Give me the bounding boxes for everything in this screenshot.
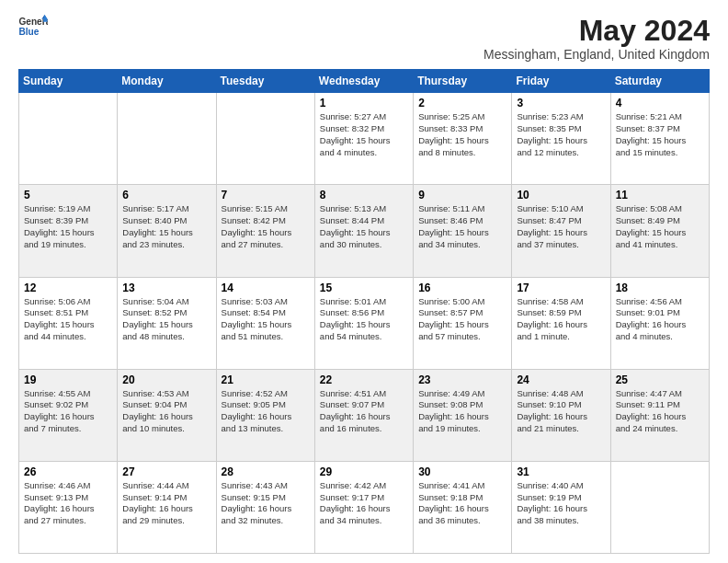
- day-number: 1: [320, 97, 408, 109]
- calendar-cell: 2Sunrise: 5:25 AMSunset: 8:33 PMDaylight…: [414, 93, 512, 185]
- calendar-cell: 30Sunrise: 4:41 AMSunset: 9:18 PMDayligh…: [414, 461, 512, 553]
- col-thursday: Thursday: [414, 70, 512, 93]
- day-info: Sunrise: 5:23 AMSunset: 8:35 PMDaylight:…: [517, 111, 605, 158]
- col-sunday: Sunday: [19, 70, 118, 93]
- day-info: Sunrise: 4:40 AMSunset: 9:19 PMDaylight:…: [517, 480, 605, 527]
- day-info: Sunrise: 4:49 AMSunset: 9:08 PMDaylight:…: [418, 388, 506, 435]
- day-info: Sunrise: 5:04 AMSunset: 8:52 PMDaylight:…: [122, 296, 210, 343]
- calendar-cell: 8Sunrise: 5:13 AMSunset: 8:44 PMDaylight…: [314, 185, 413, 277]
- day-info: Sunrise: 5:10 AMSunset: 8:47 PMDaylight:…: [517, 203, 605, 250]
- day-number: 23: [418, 373, 506, 386]
- calendar-cell: [216, 93, 314, 185]
- col-monday: Monday: [118, 70, 216, 93]
- day-number: 17: [517, 282, 605, 294]
- day-info: Sunrise: 5:19 AMSunset: 8:39 PMDaylight:…: [24, 203, 112, 250]
- day-number: 26: [24, 465, 112, 478]
- calendar-cell: [610, 461, 709, 553]
- calendar-cell: 21Sunrise: 4:52 AMSunset: 9:05 PMDayligh…: [216, 369, 314, 461]
- logo-icon: General Blue: [18, 15, 48, 40]
- calendar-cell: 6Sunrise: 5:17 AMSunset: 8:40 PMDaylight…: [118, 185, 216, 277]
- calendar-cell: 5Sunrise: 5:19 AMSunset: 8:39 PMDaylight…: [19, 185, 118, 277]
- day-info: Sunrise: 5:00 AMSunset: 8:57 PMDaylight:…: [418, 296, 506, 343]
- col-friday: Friday: [512, 70, 610, 93]
- day-number: 20: [122, 373, 210, 386]
- calendar-cell: 3Sunrise: 5:23 AMSunset: 8:35 PMDaylight…: [512, 93, 610, 185]
- day-number: 16: [418, 282, 506, 294]
- calendar-cell: [118, 93, 216, 185]
- day-number: 22: [320, 373, 408, 386]
- day-number: 28: [222, 465, 310, 478]
- calendar-week-3: 12Sunrise: 5:06 AMSunset: 8:51 PMDayligh…: [19, 277, 710, 369]
- calendar-cell: 29Sunrise: 4:42 AMSunset: 9:17 PMDayligh…: [314, 461, 413, 553]
- calendar-cell: 20Sunrise: 4:53 AMSunset: 9:04 PMDayligh…: [118, 369, 216, 461]
- calendar-cell: 15Sunrise: 5:01 AMSunset: 8:56 PMDayligh…: [314, 277, 413, 369]
- day-number: 10: [517, 189, 605, 201]
- day-info: Sunrise: 4:47 AMSunset: 9:11 PMDaylight:…: [616, 388, 704, 435]
- day-info: Sunrise: 4:48 AMSunset: 9:10 PMDaylight:…: [517, 388, 605, 435]
- day-info: Sunrise: 4:46 AMSunset: 9:13 PMDaylight:…: [24, 480, 112, 527]
- calendar-cell: 28Sunrise: 4:43 AMSunset: 9:15 PMDayligh…: [216, 461, 314, 553]
- day-info: Sunrise: 4:41 AMSunset: 9:18 PMDaylight:…: [418, 480, 506, 527]
- day-info: Sunrise: 4:52 AMSunset: 9:05 PMDaylight:…: [222, 388, 310, 435]
- day-info: Sunrise: 5:17 AMSunset: 8:40 PMDaylight:…: [122, 203, 210, 250]
- day-number: 12: [24, 282, 112, 294]
- calendar-week-2: 5Sunrise: 5:19 AMSunset: 8:39 PMDaylight…: [19, 185, 710, 277]
- day-number: 19: [24, 373, 112, 386]
- day-info: Sunrise: 5:21 AMSunset: 8:37 PMDaylight:…: [616, 111, 704, 158]
- day-number: 4: [616, 97, 704, 109]
- calendar-week-4: 19Sunrise: 4:55 AMSunset: 9:02 PMDayligh…: [19, 369, 710, 461]
- day-info: Sunrise: 4:43 AMSunset: 9:15 PMDaylight:…: [222, 480, 310, 527]
- day-info: Sunrise: 4:42 AMSunset: 9:17 PMDaylight:…: [320, 480, 408, 527]
- day-number: 31: [517, 465, 605, 478]
- calendar-cell: 26Sunrise: 4:46 AMSunset: 9:13 PMDayligh…: [19, 461, 118, 553]
- day-info: Sunrise: 5:15 AMSunset: 8:42 PMDaylight:…: [222, 203, 310, 250]
- day-number: 2: [418, 97, 506, 109]
- calendar-cell: 10Sunrise: 5:10 AMSunset: 8:47 PMDayligh…: [512, 185, 610, 277]
- calendar-cell: 25Sunrise: 4:47 AMSunset: 9:11 PMDayligh…: [610, 369, 709, 461]
- day-number: 24: [517, 373, 605, 386]
- calendar-header-row: Sunday Monday Tuesday Wednesday Thursday…: [19, 70, 710, 93]
- svg-text:Blue: Blue: [18, 27, 39, 37]
- calendar-cell: 9Sunrise: 5:11 AMSunset: 8:46 PMDaylight…: [414, 185, 512, 277]
- day-number: 25: [616, 373, 704, 386]
- day-info: Sunrise: 4:53 AMSunset: 9:04 PMDaylight:…: [122, 388, 210, 435]
- day-number: 14: [222, 282, 310, 294]
- day-number: 9: [418, 189, 506, 201]
- header: General Blue May 2024 Messingham, Englan…: [18, 15, 710, 62]
- calendar-cell: 12Sunrise: 5:06 AMSunset: 8:51 PMDayligh…: [19, 277, 118, 369]
- col-saturday: Saturday: [610, 70, 709, 93]
- calendar-cell: 22Sunrise: 4:51 AMSunset: 9:07 PMDayligh…: [314, 369, 413, 461]
- day-info: Sunrise: 5:27 AMSunset: 8:32 PMDaylight:…: [320, 111, 408, 158]
- calendar-cell: 4Sunrise: 5:21 AMSunset: 8:37 PMDaylight…: [610, 93, 709, 185]
- day-number: 21: [222, 373, 310, 386]
- calendar-cell: 1Sunrise: 5:27 AMSunset: 8:32 PMDaylight…: [314, 93, 413, 185]
- month-title: May 2024: [483, 15, 710, 47]
- day-number: 13: [122, 282, 210, 294]
- day-number: 15: [320, 282, 408, 294]
- day-number: 5: [24, 189, 112, 201]
- calendar-cell: 7Sunrise: 5:15 AMSunset: 8:42 PMDaylight…: [216, 185, 314, 277]
- day-info: Sunrise: 5:03 AMSunset: 8:54 PMDaylight:…: [222, 296, 310, 343]
- day-number: 30: [418, 465, 506, 478]
- day-info: Sunrise: 4:55 AMSunset: 9:02 PMDaylight:…: [24, 388, 112, 435]
- day-info: Sunrise: 5:06 AMSunset: 8:51 PMDaylight:…: [24, 296, 112, 343]
- day-number: 3: [517, 97, 605, 109]
- calendar-cell: 23Sunrise: 4:49 AMSunset: 9:08 PMDayligh…: [414, 369, 512, 461]
- calendar-cell: 14Sunrise: 5:03 AMSunset: 8:54 PMDayligh…: [216, 277, 314, 369]
- calendar-cell: 17Sunrise: 4:58 AMSunset: 8:59 PMDayligh…: [512, 277, 610, 369]
- title-block: May 2024 Messingham, England, United Kin…: [483, 15, 710, 62]
- calendar-week-1: 1Sunrise: 5:27 AMSunset: 8:32 PMDaylight…: [19, 93, 710, 185]
- calendar-cell: 24Sunrise: 4:48 AMSunset: 9:10 PMDayligh…: [512, 369, 610, 461]
- location: Messingham, England, United Kingdom: [483, 47, 710, 62]
- day-info: Sunrise: 4:56 AMSunset: 9:01 PMDaylight:…: [616, 296, 704, 343]
- calendar-cell: 27Sunrise: 4:44 AMSunset: 9:14 PMDayligh…: [118, 461, 216, 553]
- day-number: 8: [320, 189, 408, 201]
- calendar-week-5: 26Sunrise: 4:46 AMSunset: 9:13 PMDayligh…: [19, 461, 710, 553]
- calendar-cell: [19, 93, 118, 185]
- calendar-cell: 13Sunrise: 5:04 AMSunset: 8:52 PMDayligh…: [118, 277, 216, 369]
- day-number: 11: [616, 189, 704, 201]
- col-tuesday: Tuesday: [216, 70, 314, 93]
- calendar-table: Sunday Monday Tuesday Wednesday Thursday…: [18, 69, 710, 554]
- day-info: Sunrise: 5:25 AMSunset: 8:33 PMDaylight:…: [418, 111, 506, 158]
- page: General Blue May 2024 Messingham, Englan…: [0, 0, 728, 563]
